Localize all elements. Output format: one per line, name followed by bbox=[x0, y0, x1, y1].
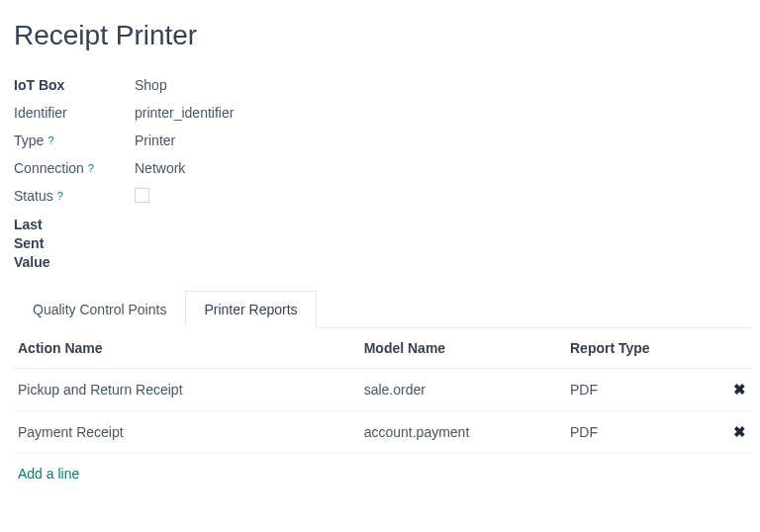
field-type-value[interactable]: Printer bbox=[135, 133, 175, 148]
field-connection-label-text: Connection bbox=[14, 160, 84, 176]
col-header-delete bbox=[713, 328, 750, 369]
field-iot-box-label: IoT Box bbox=[14, 77, 135, 93]
cell-report-type[interactable]: PDF bbox=[566, 410, 713, 453]
page-title: Receipt Printer bbox=[14, 20, 750, 51]
device-fields: IoT Box Shop Identifier printer_identifi… bbox=[14, 71, 750, 272]
cell-action[interactable]: Payment Receipt bbox=[14, 410, 360, 453]
col-header-report-type: Report Type bbox=[566, 328, 713, 369]
field-status: Status ? bbox=[14, 182, 750, 212]
field-type: Type ? Printer bbox=[14, 127, 750, 154]
field-iot-box-value[interactable]: Shop bbox=[135, 77, 167, 93]
tabs: Quality Control Points Printer Reports bbox=[14, 290, 750, 328]
col-header-action: Action Name bbox=[14, 328, 360, 369]
add-line-button[interactable]: Add a line bbox=[14, 454, 750, 486]
field-connection-label: Connection ? bbox=[14, 160, 135, 176]
field-iot-box: IoT Box Shop bbox=[14, 71, 750, 99]
table-row[interactable]: Pickup and Return Receipt sale.order PDF… bbox=[14, 368, 750, 410]
field-identifier-value[interactable]: printer_identifier bbox=[135, 105, 234, 121]
field-status-label: Status ? bbox=[14, 188, 135, 204]
cell-report-type[interactable]: PDF bbox=[566, 368, 713, 410]
field-connection-value[interactable]: Network bbox=[135, 160, 185, 176]
help-icon[interactable]: ? bbox=[88, 163, 94, 174]
cell-model[interactable]: sale.order bbox=[360, 368, 566, 410]
field-identifier-label: Identifier bbox=[14, 105, 135, 121]
table-row[interactable]: Payment Receipt account.payment PDF ✖ bbox=[14, 410, 750, 453]
col-header-model: Model Name bbox=[360, 328, 566, 369]
field-last-sent-value-label: Last Sent Value bbox=[14, 216, 750, 272]
field-status-value bbox=[135, 188, 149, 206]
field-identifier: Identifier printer_identifier bbox=[14, 99, 750, 127]
cell-action[interactable]: Pickup and Return Receipt bbox=[14, 368, 360, 410]
field-status-label-text: Status bbox=[14, 188, 53, 204]
delete-row-icon[interactable]: ✖ bbox=[733, 423, 746, 440]
field-type-label: Type ? bbox=[14, 133, 135, 148]
field-type-label-text: Type bbox=[14, 133, 44, 148]
delete-row-icon[interactable]: ✖ bbox=[733, 381, 746, 398]
status-checkbox[interactable] bbox=[135, 188, 149, 203]
help-icon[interactable]: ? bbox=[57, 191, 63, 202]
tab-printer-reports[interactable]: Printer Reports bbox=[185, 291, 316, 328]
field-connection: Connection ? Network bbox=[14, 154, 750, 182]
help-icon[interactable]: ? bbox=[48, 135, 53, 146]
reports-table: Action Name Model Name Report Type Picku… bbox=[14, 328, 750, 454]
cell-model[interactable]: account.payment bbox=[360, 410, 566, 453]
tab-quality-control-points[interactable]: Quality Control Points bbox=[14, 291, 185, 328]
